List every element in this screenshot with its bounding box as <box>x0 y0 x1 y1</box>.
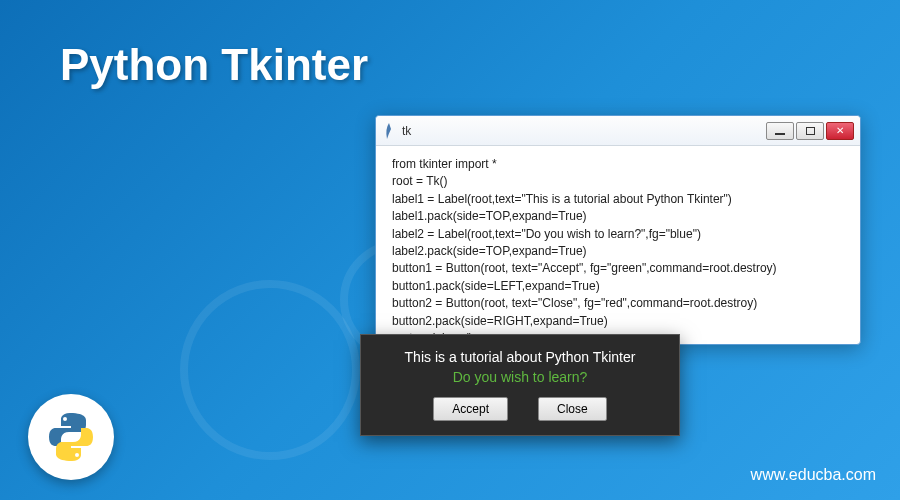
accept-button[interactable]: Accept <box>433 397 508 421</box>
code-line: label2.pack(side=TOP,expand=True) <box>392 243 844 260</box>
window-controls: ✕ <box>766 122 854 140</box>
site-url: www.educba.com <box>751 466 876 484</box>
code-line: button2 = Button(root, text="Close", fg=… <box>392 295 844 312</box>
popup-button-row: Accept Close <box>381 397 659 421</box>
close-button[interactable]: Close <box>538 397 607 421</box>
maximize-button[interactable] <box>796 122 824 140</box>
window-title: tk <box>402 124 766 138</box>
popup-label-2: Do you wish to learn? <box>381 369 659 385</box>
code-line: from tkinter import * <box>392 156 844 173</box>
minimize-button[interactable] <box>766 122 794 140</box>
maximize-icon <box>806 127 815 135</box>
code-line: button1.pack(side=LEFT,expand=True) <box>392 278 844 295</box>
code-line: root = Tk() <box>392 173 844 190</box>
code-line: button1 = Button(root, text="Accept", fg… <box>392 260 844 277</box>
popup-label-1: This is a tutorial about Python Tkinter <box>381 349 659 365</box>
window-titlebar[interactable]: tk ✕ <box>376 116 860 146</box>
python-logo-badge <box>28 394 114 480</box>
background-gear-icon <box>180 280 360 460</box>
code-line: label2 = Label(root,text="Do you wish to… <box>392 226 844 243</box>
page-title: Python Tkinter <box>60 40 368 90</box>
tkinter-code-window: tk ✕ from tkinter import * root = Tk() l… <box>375 115 861 345</box>
code-line: button2.pack(side=RIGHT,expand=True) <box>392 313 844 330</box>
python-logo-icon <box>43 409 99 465</box>
minimize-icon <box>775 133 785 135</box>
code-line: label1 = Label(root,text="This is a tuto… <box>392 191 844 208</box>
tk-feather-icon <box>382 122 396 140</box>
code-text-area: from tkinter import * root = Tk() label1… <box>376 146 860 357</box>
close-icon: ✕ <box>836 125 844 136</box>
tkinter-output-popup: This is a tutorial about Python Tkinter … <box>360 334 680 436</box>
code-line: label1.pack(side=TOP,expand=True) <box>392 208 844 225</box>
close-window-button[interactable]: ✕ <box>826 122 854 140</box>
